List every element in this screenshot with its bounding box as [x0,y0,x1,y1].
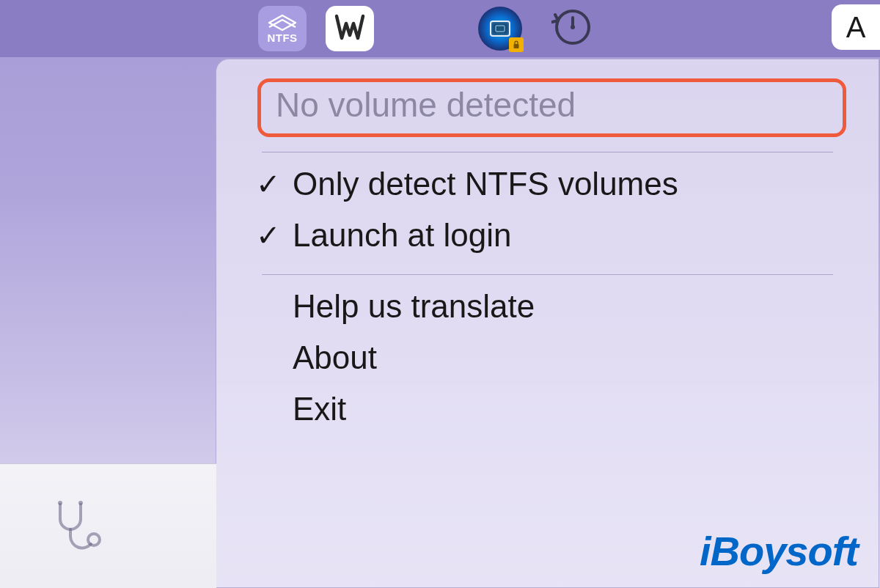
monitor-icon [490,21,510,37]
checkmark-icon: ✓ [256,167,293,201]
stethoscope-icon [47,497,106,559]
screen-record-app-icon[interactable] [478,7,522,51]
svg-point-7 [78,501,83,505]
status-highlight: No volume detected [257,78,846,137]
menu-item-label: About [293,339,377,376]
letter-tile-label: A [846,11,866,44]
svg-point-4 [571,25,575,29]
menu-item-label: Help us translate [293,288,535,325]
menubar: NTFS A [0,0,880,57]
background-window [0,463,216,588]
letter-tile-app-icon[interactable]: A [832,4,880,50]
ntfs-drive-icon: NTFS [266,14,298,44]
w-letter-icon [333,10,367,47]
menu-item-exit[interactable]: Exit [216,383,879,435]
ntfs-dropdown-menu: No volume detected ✓ Only detect NTFS vo… [216,59,879,588]
wps-app-icon[interactable] [326,6,374,51]
menu-item-label: Exit [293,391,346,427]
menu-item-about[interactable]: About [216,332,879,383]
iboysoft-watermark: iBoysoft [700,527,858,575]
ntfs-app-icon[interactable]: NTFS [258,6,307,51]
checkmark-icon: ✓ [256,218,293,252]
ntfs-icon-label: NTFS [267,32,297,44]
volume-status-text: No volume detected [276,85,828,125]
menubar-blank-slot [393,6,459,51]
menu-item-only-ntfs[interactable]: ✓ Only detect NTFS volumes [216,158,879,210]
menu-item-launch-login[interactable]: ✓ Launch at login [216,210,879,261]
svg-point-5 [88,534,100,545]
menu-item-label: Launch at login [293,217,511,254]
svg-rect-1 [514,44,519,48]
svg-point-6 [58,501,62,505]
svg-rect-0 [496,26,505,32]
lock-badge-icon [509,37,524,52]
menu-item-label: Only detect NTFS volumes [293,166,678,202]
menu-item-translate[interactable]: Help us translate [216,281,879,332]
time-machine-icon[interactable] [551,6,594,51]
